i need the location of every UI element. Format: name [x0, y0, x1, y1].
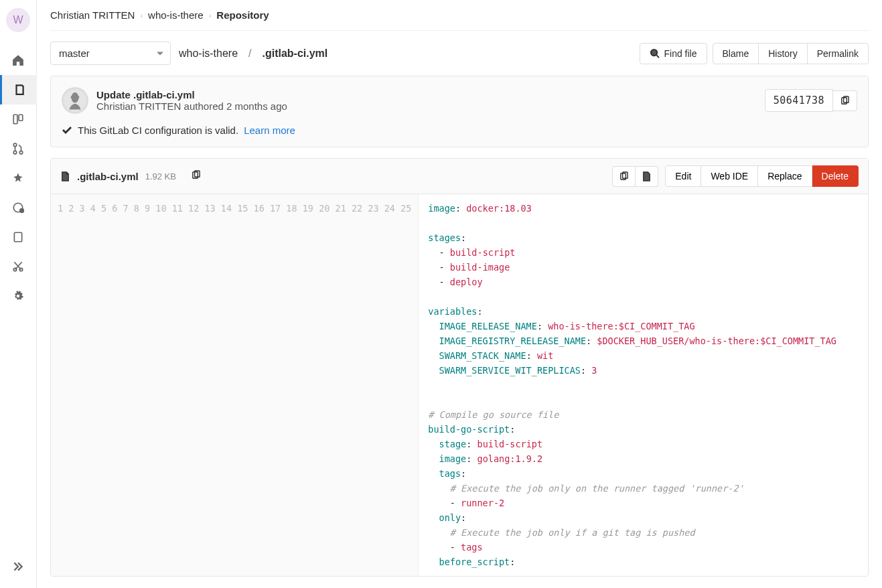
- repository-icon[interactable]: [0, 75, 37, 104]
- file-header: .gitlab-ci.yml 1.92 KB Edit Web IDE R: [51, 159, 868, 194]
- ci-cd-icon[interactable]: [0, 163, 37, 193]
- wiki-icon[interactable]: [0, 222, 37, 252]
- svg-point-2: [13, 143, 17, 147]
- path-file: .gitlab-ci.yml: [262, 48, 327, 60]
- commit-title[interactable]: Update .gitlab-ci.yml: [96, 89, 287, 100]
- document-icon: [642, 171, 652, 181]
- path-dir[interactable]: who-is-there: [179, 48, 238, 60]
- copy-sha-button[interactable]: [833, 90, 857, 111]
- svg-rect-7: [14, 232, 21, 242]
- svg-rect-0: [13, 115, 17, 124]
- chevron-right-icon: ›: [209, 11, 212, 19]
- find-file-label: Find file: [664, 48, 696, 59]
- svg-point-6: [20, 209, 24, 213]
- branch-selector[interactable]: master: [50, 42, 171, 65]
- file-holder: .gitlab-ci.yml 1.92 KB Edit Web IDE R: [50, 158, 869, 577]
- delete-button[interactable]: Delete: [812, 165, 859, 187]
- commit-meta: Christian TRITTEN authored 2 months ago: [96, 100, 287, 112]
- code-content: image: docker:18.03 stages: - build-scri…: [419, 194, 846, 576]
- raw-button[interactable]: [636, 166, 658, 187]
- web-ide-button[interactable]: Web IDE: [701, 165, 758, 187]
- chevron-right-icon: ›: [140, 11, 143, 19]
- breadcrumb-project[interactable]: who-is-there: [148, 9, 204, 21]
- ci-validation-status: This GitLab CI configuration is valid. L…: [62, 125, 857, 136]
- breadcrumb-user[interactable]: Christian TRITTEN: [50, 9, 135, 21]
- author-avatar[interactable]: [62, 87, 88, 114]
- check-icon: [62, 125, 72, 136]
- history-button[interactable]: History: [758, 43, 808, 64]
- line-numbers: 1 2 3 4 5 6 7 8 9 10 11 12 13 14 15 16 1…: [51, 194, 419, 576]
- find-file-button[interactable]: Find file: [640, 43, 707, 64]
- issues-icon[interactable]: [0, 104, 37, 134]
- snippets-icon[interactable]: [0, 252, 37, 281]
- svg-rect-1: [19, 115, 23, 121]
- settings-icon[interactable]: [0, 281, 37, 311]
- breadcrumb: Christian TRITTEN › who-is-there › Repos…: [50, 0, 869, 31]
- copy-icon: [619, 171, 629, 181]
- breadcrumb-current: Repository: [216, 9, 269, 21]
- collapse-sidebar-icon[interactable]: [0, 552, 37, 581]
- search-icon: [650, 48, 660, 58]
- svg-point-3: [13, 151, 17, 154]
- copy-contents-button[interactable]: [612, 166, 636, 187]
- commit-box: Update .gitlab-ci.yml Christian TRITTEN …: [50, 76, 869, 147]
- path-separator: /: [248, 48, 251, 60]
- project-avatar[interactable]: W: [6, 8, 30, 32]
- blame-button[interactable]: Blame: [713, 43, 759, 64]
- file-navigation: master who-is-there / .gitlab-ci.yml Fin…: [50, 31, 869, 76]
- svg-point-10: [651, 50, 657, 56]
- commit-sha: 50641738: [765, 89, 833, 112]
- copy-icon: [840, 96, 850, 106]
- file-name: .gitlab-ci.yml: [77, 171, 139, 182]
- operations-icon[interactable]: [0, 193, 37, 222]
- edit-button[interactable]: Edit: [665, 165, 701, 187]
- svg-point-4: [19, 151, 23, 154]
- code-view: 1 2 3 4 5 6 7 8 9 10 11 12 13 14 15 16 1…: [51, 194, 868, 576]
- file-size: 1.92 KB: [145, 171, 176, 181]
- file-icon: [60, 171, 70, 181]
- copy-path-icon[interactable]: [191, 170, 201, 180]
- permalink-button[interactable]: Permalink: [807, 43, 869, 64]
- merge-requests-icon[interactable]: [0, 134, 37, 163]
- learn-more-link[interactable]: Learn more: [244, 125, 295, 136]
- home-icon[interactable]: [0, 46, 37, 75]
- replace-button[interactable]: Replace: [758, 165, 812, 187]
- project-sidebar: W: [0, 0, 37, 588]
